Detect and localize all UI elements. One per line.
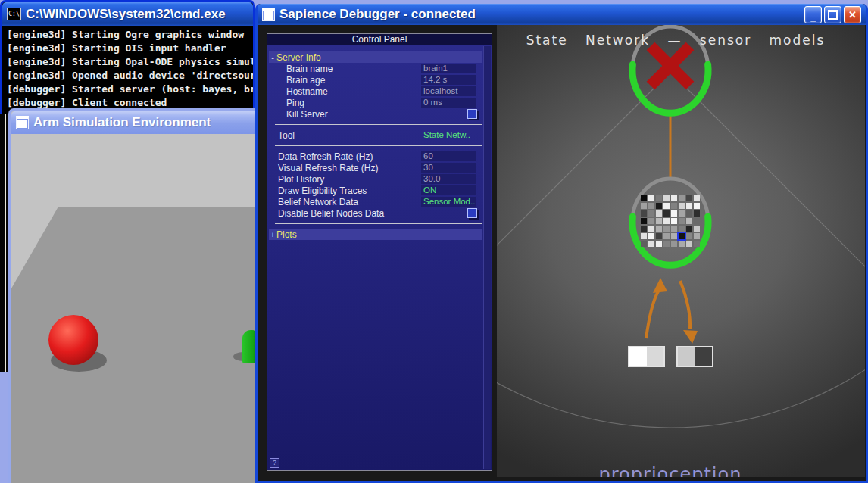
close-button[interactable]: ✕ xyxy=(844,6,861,23)
arm-titlebar[interactable]: Arm Simulation Environment xyxy=(11,111,258,134)
weight-cell[interactable] xyxy=(641,203,647,209)
weight-cell[interactable] xyxy=(656,226,662,232)
value-plot-history[interactable]: 30.0 xyxy=(421,174,476,184)
weight-cell[interactable] xyxy=(648,233,654,239)
weight-cell[interactable] xyxy=(663,233,670,239)
state-network-canvas[interactable]: State Network — sensor models propriocep… xyxy=(497,25,865,477)
weight-cell[interactable] xyxy=(686,195,692,201)
weight-cell[interactable] xyxy=(656,233,662,239)
value-brain-name[interactable]: brain1 xyxy=(421,64,476,73)
row-visual-refresh-rate-hz: Visual Refresh Rate (Hz)30 xyxy=(267,162,482,173)
value-data-refresh-rate-hz[interactable]: 60 xyxy=(421,151,476,161)
weight-cell[interactable] xyxy=(641,226,647,232)
weight-cell[interactable] xyxy=(648,195,654,201)
weight-cell[interactable] xyxy=(686,241,692,247)
value-hostname[interactable]: localhost xyxy=(421,86,476,96)
weight-cell[interactable] xyxy=(679,203,685,209)
debugger-body: Control Panel -Server InfoBrain namebrai… xyxy=(258,25,866,481)
row-draw-eligibility-traces: Draw Eligibility TracesON xyxy=(267,185,482,196)
weight-cell[interactable] xyxy=(671,233,677,239)
row-hostname: Hostnamelocalhost xyxy=(267,86,482,97)
weight-cell[interactable] xyxy=(656,218,662,224)
arm-3d-viewport[interactable] xyxy=(11,134,258,483)
field-label: Disable Belief Nodes Data xyxy=(278,208,384,219)
weight-cell[interactable] xyxy=(641,233,647,239)
weight-cell[interactable] xyxy=(679,218,685,224)
console-line: [engine3d] Starting Ogre graphics window xyxy=(7,28,253,42)
weight-cell[interactable] xyxy=(663,226,670,232)
weight-cell[interactable] xyxy=(656,210,662,217)
weight-cell[interactable] xyxy=(694,226,700,232)
weight-cell[interactable] xyxy=(679,195,685,201)
weight-cell[interactable] xyxy=(656,195,662,201)
weight-cell[interactable] xyxy=(648,210,654,217)
weight-cell[interactable] xyxy=(694,218,700,224)
weight-cell[interactable] xyxy=(671,241,677,247)
cmd-titlebar[interactable]: C:\ C:\WINDOWS\system32\cmd.exe xyxy=(2,2,253,26)
weight-cell[interactable] xyxy=(671,218,677,224)
weight-cell[interactable] xyxy=(694,241,700,247)
field-label: Visual Refresh Rate (Hz) xyxy=(278,163,379,173)
control-panel-title: Control Panel xyxy=(267,33,492,45)
cmd-icon: C:\ xyxy=(7,8,21,20)
sensor-value-cell xyxy=(629,347,647,366)
row-brain-age: Brain age14.2 s xyxy=(267,74,482,86)
weight-cell[interactable] xyxy=(648,241,654,247)
weight-cell[interactable] xyxy=(694,195,700,201)
weight-cell[interactable] xyxy=(694,203,700,209)
weight-cell[interactable] xyxy=(679,210,685,217)
weight-cell[interactable] xyxy=(686,203,692,209)
weight-cell[interactable] xyxy=(671,203,677,209)
value-belief-network-data[interactable]: Sensor Mod.. xyxy=(421,197,476,207)
maximize-button[interactable] xyxy=(824,6,841,23)
weight-cell[interactable] xyxy=(679,233,685,239)
expand-icon[interactable]: + xyxy=(269,230,276,239)
weight-cell[interactable] xyxy=(679,241,685,247)
weight-cell[interactable] xyxy=(694,233,700,239)
help-button[interactable]: ? xyxy=(270,458,279,468)
window-icon xyxy=(16,116,29,129)
weight-cell[interactable] xyxy=(641,218,647,224)
value-brain-age[interactable]: 14.2 s xyxy=(421,75,476,85)
weight-cell[interactable] xyxy=(663,218,670,224)
weight-cell[interactable] xyxy=(686,233,692,239)
weight-cell[interactable] xyxy=(648,203,654,209)
weight-cell[interactable] xyxy=(656,241,662,247)
field-label: Belief Network Data xyxy=(278,197,358,207)
debugger-titlebar[interactable]: Sapience Debugger - connected _ ✕ xyxy=(258,4,866,25)
weight-cell[interactable] xyxy=(686,210,692,217)
checkbox-disable-belief-nodes-data[interactable] xyxy=(467,208,477,218)
value-visual-refresh-rate-hz[interactable]: 30 xyxy=(421,163,476,173)
weight-cell[interactable] xyxy=(648,218,654,224)
value-draw-eligibility-traces[interactable]: ON xyxy=(421,185,476,195)
collapse-icon[interactable]: - xyxy=(269,53,276,62)
section-label: Plots xyxy=(276,229,297,240)
weight-cell[interactable] xyxy=(694,210,700,217)
weight-cell[interactable] xyxy=(671,226,677,232)
console-line: [engine3d] Starting OIS input handler xyxy=(7,42,253,55)
panel-scrollbar[interactable] xyxy=(483,46,491,469)
up-arrow-icon xyxy=(646,278,667,338)
weight-cell[interactable] xyxy=(641,195,647,201)
weight-cell[interactable] xyxy=(686,226,692,232)
section-header-server-info[interactable]: -Server Info xyxy=(269,51,482,63)
field-label: Kill Server xyxy=(286,109,328,120)
weight-cell[interactable] xyxy=(641,210,647,217)
weight-cell[interactable] xyxy=(671,210,677,217)
weight-cell[interactable] xyxy=(663,210,670,217)
section-header-plots[interactable]: +Plots xyxy=(269,229,482,240)
weight-cell[interactable] xyxy=(648,226,654,232)
weight-cell[interactable] xyxy=(663,241,670,247)
console-output[interactable]: [engine3d] Starting Ogre graphics window… xyxy=(2,26,253,114)
weight-cell[interactable] xyxy=(663,195,670,201)
minimize-button[interactable]: _ xyxy=(804,6,822,23)
weight-cell[interactable] xyxy=(641,241,647,247)
weight-cell[interactable] xyxy=(686,218,692,224)
checkbox-kill-server[interactable] xyxy=(467,109,477,119)
weight-cell[interactable] xyxy=(679,226,685,232)
value-ping[interactable]: 0 ms xyxy=(421,98,476,108)
weight-cell[interactable] xyxy=(663,203,670,209)
weight-cell[interactable] xyxy=(671,195,677,201)
weight-cell[interactable] xyxy=(656,203,662,209)
value-tool[interactable]: State Netw.. xyxy=(421,130,476,140)
